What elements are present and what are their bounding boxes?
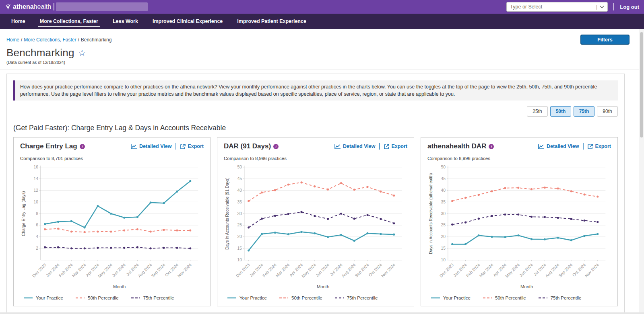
breadcrumb-home[interactable]: Home — [6, 37, 19, 43]
nav-item-more-collections-faster[interactable]: More Collections, Faster — [34, 14, 104, 29]
svg-text:12: 12 — [34, 188, 39, 193]
legend-swatch-icon — [131, 296, 140, 300]
svg-text:Feb 2024: Feb 2024 — [262, 263, 277, 278]
legend-swatch-icon — [538, 296, 548, 300]
svg-text:Mar 2024: Mar 2024 — [275, 263, 291, 278]
athenahealth-logo: athenahealth — [5, 3, 51, 10]
legend-item: Your Practice — [431, 296, 471, 300]
export-link[interactable]: Export — [180, 144, 204, 149]
nav-item-improved-patient-experience[interactable]: Improved Patient Experience — [231, 14, 312, 29]
charge-entry-lag-chart: 246810121416Dec 2023Jan 2024Feb 2024Mar … — [20, 162, 204, 295]
svg-text:45: 45 — [441, 176, 446, 181]
athenahealth-dar-chart: 101520253035404550Dec 2023Jan 2024Feb 20… — [427, 162, 611, 295]
svg-text:10: 10 — [441, 258, 446, 262]
svg-text:Jun 2024: Jun 2024 — [315, 263, 330, 278]
toggle-90th[interactable]: 90th — [597, 106, 618, 117]
legend-item: Your Practice — [23, 296, 63, 300]
scrollbar-thumb[interactable] — [640, 32, 643, 138]
legend-swatch-icon — [279, 296, 289, 300]
chart-cards-row: Charge Entry Lag i Detailed View Export … — [13, 137, 618, 306]
legend-swatch-icon — [227, 296, 237, 300]
svg-text:Sep 2024: Sep 2024 — [151, 263, 166, 278]
line-chart-icon — [334, 144, 341, 149]
svg-text:14: 14 — [34, 176, 39, 181]
svg-text:Jun 2024: Jun 2024 — [518, 263, 534, 278]
svg-text:Nov 2024: Nov 2024 — [380, 263, 396, 278]
info-icon[interactable]: i — [80, 144, 85, 149]
chart-card-athenahealth-dar: athenahealth DAR i Detailed View Export … — [421, 137, 618, 306]
chart-subtitle: Comparison to 8,701 practices — [20, 156, 204, 161]
export-link[interactable]: Export — [384, 144, 407, 149]
nav-item-less-work[interactable]: Less Work — [107, 14, 144, 29]
favorite-star-icon[interactable]: ☆ — [78, 49, 86, 57]
logout-button[interactable]: Log out — [620, 4, 639, 10]
export-icon — [384, 144, 389, 149]
svg-text:6: 6 — [36, 223, 38, 228]
link-separator — [175, 143, 176, 150]
svg-text:35: 35 — [441, 200, 446, 204]
practice-name-redacted[interactable] — [56, 2, 148, 11]
detailed-view-link[interactable]: Detailed View — [334, 144, 375, 149]
legend-swatch-icon — [431, 296, 440, 300]
link-separator — [379, 143, 380, 150]
toggle-75th[interactable]: 75th — [574, 106, 594, 117]
detailed-view-link[interactable]: Detailed View — [131, 144, 171, 149]
svg-text:May 2024: May 2024 — [504, 263, 520, 279]
svg-text:May 2024: May 2024 — [97, 263, 113, 279]
logo-text-bold: athena — [13, 3, 34, 10]
legend-swatch-icon — [23, 296, 33, 300]
page-bottom-edge — [0, 312, 644, 314]
chart-card-dar-91-days: DAR (91 Days) i Detailed View Export Com… — [217, 137, 414, 306]
svg-text:Aug 2024: Aug 2024 — [341, 263, 357, 278]
svg-text:Sep 2024: Sep 2024 — [558, 263, 574, 278]
svg-text:May 2024: May 2024 — [301, 263, 317, 279]
toggle-50th[interactable]: 50th — [550, 106, 571, 117]
svg-text:15: 15 — [237, 246, 242, 250]
toggle-25th[interactable]: 25th — [527, 106, 548, 117]
legend-item: 75th Percentile — [334, 296, 378, 300]
legend-swatch-icon — [334, 296, 344, 300]
chart-card-charge-entry-lag: Charge Entry Lag i Detailed View Export … — [13, 137, 211, 306]
svg-text:2: 2 — [36, 246, 38, 250]
title-section: Home/More Collections, Faster/Benchmarki… — [0, 29, 644, 70]
svg-text:Aug 2024: Aug 2024 — [545, 263, 560, 278]
legend-swatch-icon — [75, 296, 85, 300]
logo-text-light: health — [34, 3, 52, 10]
breadcrumb-more-collections-faster[interactable]: More Collections, Faster — [24, 37, 76, 43]
info-icon[interactable]: i — [273, 144, 279, 149]
svg-text:10: 10 — [34, 200, 39, 204]
svg-text:Feb 2024: Feb 2024 — [465, 263, 481, 278]
chart-title: Charge Entry Lag — [20, 142, 77, 150]
legend-item: 50th Percentile — [279, 296, 322, 300]
svg-text:Mar 2024: Mar 2024 — [479, 263, 494, 278]
svg-text:50: 50 — [441, 165, 446, 169]
svg-text:Days in Accounts Receivable (a: Days in Accounts Receivable (athenahealt… — [429, 173, 433, 254]
org-selector-dropdown[interactable]: Type or Select | — [506, 2, 608, 12]
export-link[interactable]: Export — [588, 144, 611, 149]
filters-button[interactable]: Filters — [580, 35, 630, 45]
svg-text:Days in Accounts Receivable (9: Days in Accounts Receivable (91 Days) — [225, 178, 229, 250]
app-header: athenahealth Type or Select | Log out — [0, 0, 644, 14]
svg-text:Nov 2024: Nov 2024 — [584, 263, 600, 278]
svg-text:20: 20 — [441, 235, 446, 239]
info-icon[interactable]: i — [489, 144, 494, 149]
chart-title: athenahealth DAR — [427, 142, 486, 150]
svg-text:45: 45 — [237, 176, 242, 181]
svg-text:Month: Month — [317, 284, 329, 289]
svg-text:Charge Entry Lag (days): Charge Entry Lag (days) — [21, 191, 26, 236]
svg-text:15: 15 — [441, 246, 446, 250]
nav-item-improved-clinical-experience[interactable]: Improved Clinical Experience — [147, 14, 228, 29]
vertical-scrollbar[interactable] — [639, 29, 644, 314]
chevron-down-icon — [600, 6, 604, 8]
org-selector-divider: | — [596, 4, 597, 10]
dar-91-days-chart: 101520253035404550Dec 2023Jan 2024Feb 20… — [224, 162, 407, 295]
detailed-view-link[interactable]: Detailed View — [538, 144, 579, 149]
header-divider — [613, 3, 614, 10]
chart-subtitle: Comparison to 8,996 practices — [427, 156, 611, 161]
page-title: Benchmarking — [6, 47, 74, 59]
logo-separator — [54, 3, 54, 10]
svg-text:Month: Month — [520, 284, 533, 289]
svg-text:8: 8 — [36, 211, 38, 216]
chart-title: DAR (91 Days) — [224, 142, 271, 150]
nav-item-home[interactable]: Home — [6, 14, 31, 29]
